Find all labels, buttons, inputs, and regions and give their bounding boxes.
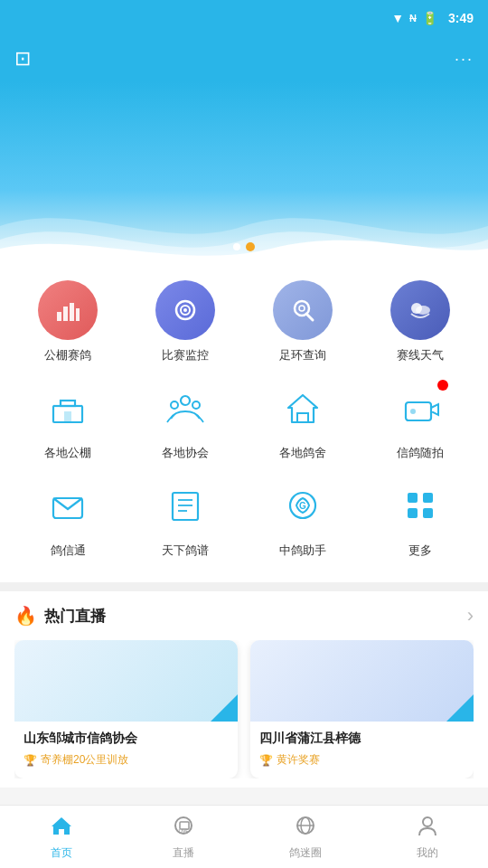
nav-mine[interactable]: 我的 <box>366 814 488 861</box>
svg-point-42 <box>423 817 432 826</box>
svg-point-17 <box>171 401 178 409</box>
section-divider <box>0 582 488 591</box>
battery-icon: 🔋 <box>422 11 437 25</box>
nav-live[interactable]: LIVE 直播 <box>122 814 244 861</box>
home-nav-icon <box>50 814 73 843</box>
gushe-icon <box>273 378 333 438</box>
zhongu-icon: G <box>273 476 333 535</box>
svg-marker-35 <box>52 817 71 835</box>
icon-more[interactable]: 更多 <box>366 476 474 559</box>
card-1-sub: 🏆 寄养棚20公里训放 <box>23 752 229 768</box>
icon-suipai[interactable]: 信鸽随拍 <box>366 378 474 461</box>
svg-line-8 <box>306 314 313 320</box>
banner-dots <box>233 242 255 251</box>
nav-circle[interactable]: 鸽迷圈 <box>244 814 366 861</box>
card-2[interactable]: 四川省蒲江县梓德 🏆 黄许奖赛 <box>250 640 474 778</box>
card-2-sub-text: 黄许奖赛 <box>277 752 320 768</box>
icon-xiehui[interactable]: 各地协会 <box>131 378 239 461</box>
xintong-icon <box>38 476 98 535</box>
nav-home[interactable]: 首页 <box>0 814 122 861</box>
banner-dot-2 <box>246 242 255 251</box>
status-icons: ▼ N 🔋 3:49 <box>391 11 474 25</box>
xiehui-label: 各地协会 <box>162 445 209 461</box>
bottom-nav: 首页 LIVE 直播 鸽迷圈 我的 <box>0 805 488 868</box>
icon-zhongu[interactable]: G 中鸽助手 <box>249 476 357 559</box>
svg-rect-1 <box>63 307 68 321</box>
zhongu-label: 中鸽助手 <box>279 542 326 559</box>
gedi-label: 各地公棚 <box>44 445 91 461</box>
card-1-trophy: 🏆 <box>23 754 37 767</box>
fire-icon: 🔥 <box>14 605 37 627</box>
circle-nav-label: 鸽迷圈 <box>289 845 322 861</box>
gongshe-label: 公棚赛鸽 <box>44 347 91 363</box>
svg-rect-20 <box>297 413 308 422</box>
suipai-icon <box>390 378 450 438</box>
svg-marker-22 <box>431 404 438 415</box>
card-2-sub: 🏆 黄许奖赛 <box>259 752 465 768</box>
svg-rect-31 <box>408 493 418 503</box>
svg-point-6 <box>183 308 187 312</box>
card-1-triangle <box>211 694 238 722</box>
icon-row-2: 各地公棚 各地协会 各地鸽舍 信鸽随拍 <box>9 378 479 461</box>
suipai-label: 信鸽随拍 <box>397 445 444 461</box>
card-1-body: 山东邹城市信鸽协会 🏆 寄养棚20公里训放 <box>14 722 238 778</box>
zuhuan-icon <box>273 280 333 340</box>
icon-row-1: 公棚赛鸽 比赛监控 足环查询 赛线天气 <box>9 280 479 363</box>
circle-nav-icon <box>294 814 317 843</box>
svg-rect-2 <box>70 303 74 321</box>
icon-gushe[interactable]: 各地鸽舍 <box>249 378 357 461</box>
svg-point-11 <box>416 306 430 315</box>
svg-text:LIVE: LIVE <box>178 828 189 834</box>
more-icon[interactable]: ··· <box>455 50 474 69</box>
hot-title-text: 热门直播 <box>44 606 106 627</box>
svg-point-9 <box>299 306 305 311</box>
icon-tianqi[interactable]: 赛线天气 <box>366 280 474 363</box>
card-1[interactable]: 山东邹城市信鸽协会 🏆 寄养棚20公里训放 <box>14 640 238 778</box>
icon-gedi[interactable]: 各地公棚 <box>14 378 122 461</box>
live-nav-label: 直播 <box>173 845 194 861</box>
mine-nav-icon <box>416 814 439 843</box>
svg-rect-25 <box>173 493 198 520</box>
mine-nav-label: 我的 <box>417 845 438 861</box>
icon-gongshe[interactable]: 公棚赛鸽 <box>14 280 122 363</box>
zuhuan-label: 足环查询 <box>279 347 326 363</box>
hot-arrow-icon[interactable]: › <box>467 604 474 627</box>
icon-pupu[interactable]: 天下鸽谱 <box>131 476 239 559</box>
icon-row-3: 鸽信通 天下鸽谱 G 中鸽助手 更多 <box>9 476 479 559</box>
tianqi-icon <box>390 280 450 340</box>
signal-icon: N <box>409 13 417 24</box>
card-2-image <box>250 640 474 722</box>
gedi-icon <box>38 378 98 438</box>
svg-text:G: G <box>299 501 306 511</box>
card-1-title: 山东邹城市信鸽协会 <box>23 731 229 747</box>
hot-header: 🔥 热门直播 › <box>14 604 474 627</box>
svg-point-23 <box>410 409 416 414</box>
xiehui-icon <box>155 378 215 438</box>
card-1-sub-text: 寄养棚20公里训放 <box>41 752 128 768</box>
icon-bisai[interactable]: 比赛监控 <box>131 280 239 363</box>
card-1-image <box>14 640 238 722</box>
hot-section: 🔥 热门直播 › 山东邹城市信鸽协会 🏆 寄养棚20公里训放 四川省蒲江县梓德 <box>0 591 488 788</box>
icon-zuhuan[interactable]: 足环查询 <box>249 280 357 363</box>
xintong-label: 鸽信通 <box>51 542 86 559</box>
icon-xintong[interactable]: 鸽信通 <box>14 476 122 559</box>
card-2-body: 四川省蒲江县梓德 🏆 黄许奖赛 <box>250 722 474 778</box>
tianqi-label: 赛线天气 <box>397 347 444 363</box>
bisai-label: 比赛监控 <box>162 347 209 363</box>
banner-dot-1 <box>233 243 240 250</box>
hot-title: 🔥 热门直播 <box>14 605 106 627</box>
scan-icon[interactable]: ⊡ <box>14 47 31 71</box>
more-label: 更多 <box>408 542 432 559</box>
card-2-triangle <box>446 694 474 722</box>
svg-rect-32 <box>423 493 433 503</box>
banner[interactable] <box>0 81 488 262</box>
status-bar: ▼ N 🔋 3:49 <box>0 0 488 36</box>
gushe-label: 各地鸽舍 <box>279 445 326 461</box>
cards-row: 山东邹城市信鸽协会 🏆 寄养棚20公里训放 四川省蒲江县梓德 🏆 黄许奖赛 <box>14 640 474 778</box>
icon-grid: 公棚赛鸽 比赛监控 足环查询 赛线天气 各地公棚 <box>0 262 488 582</box>
svg-marker-19 <box>288 395 317 422</box>
wifi-icon: ▼ <box>391 11 404 25</box>
app-header: ⊡ ··· <box>0 36 488 81</box>
svg-rect-0 <box>57 312 61 321</box>
pupu-icon <box>155 476 215 535</box>
